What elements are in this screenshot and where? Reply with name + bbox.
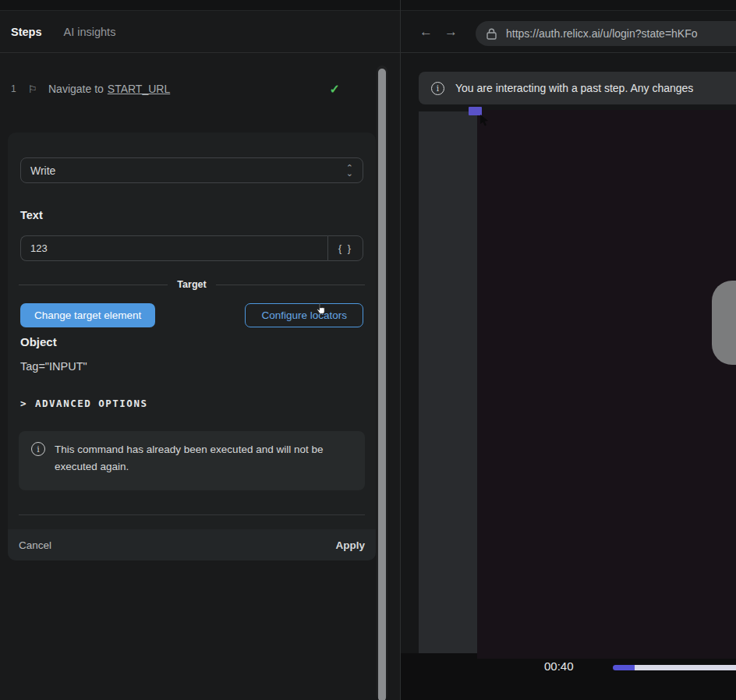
step-editor-card: Write ⌃⌄ Text { } Target Change target e… — [8, 133, 376, 560]
divider-line — [19, 285, 168, 285]
window-top-strip — [0, 0, 736, 11]
edge-drag-handle[interactable] — [712, 281, 736, 365]
target-buttons-row: Change target element Configure locators — [20, 303, 363, 327]
playback-progress-track[interactable] — [635, 665, 736, 670]
cancel-button[interactable]: Cancel — [19, 539, 51, 551]
chevron-right-icon: > — [20, 398, 27, 409]
info-icon: i — [431, 82, 444, 95]
past-step-banner: i You are interacting with a past step. … — [419, 72, 736, 104]
start-url-link[interactable]: START_URL — [108, 83, 170, 95]
text-input-row: { } — [20, 235, 363, 261]
step-number: 1 — [11, 83, 28, 94]
back-button[interactable]: ← — [419, 24, 433, 40]
captured-page-content — [477, 110, 736, 659]
already-executed-info-box: i This command has already been executed… — [19, 431, 365, 490]
target-section-label: Target — [168, 279, 215, 290]
playback-progress-fill[interactable] — [613, 665, 635, 670]
apply-button[interactable]: Apply — [335, 539, 365, 551]
flag-icon: ⚐ — [28, 83, 48, 95]
past-step-banner-text: You are interacting with a past step. An… — [455, 82, 693, 94]
configure-locators-button[interactable]: Configure locators — [245, 303, 363, 327]
select-chevrons-icon: ⌃⌄ — [346, 165, 353, 176]
tab-ai-insights[interactable]: AI insights — [64, 26, 116, 38]
browser-preview-panel: ← → https://auth.relicx.ai/u/login?state… — [401, 11, 736, 700]
step-row-1[interactable]: 1 ⚐ Navigate to START_URL ✓ — [0, 75, 376, 103]
text-field-label: Text — [20, 209, 43, 221]
info-icon: i — [31, 442, 45, 456]
action-type-select[interactable]: Write ⌃⌄ — [20, 157, 363, 183]
browser-toolbar: ← → https://auth.relicx.ai/u/login?state… — [401, 11, 736, 53]
recorded-cursor-icon — [479, 114, 490, 126]
tab-steps[interactable]: Steps — [11, 26, 42, 38]
action-type-value: Write — [30, 164, 55, 177]
insert-variable-button[interactable]: { } — [327, 235, 363, 261]
url-text: https://auth.relicx.ai/u/login?state=hKF… — [506, 27, 698, 40]
editor-footer: Cancel Apply — [8, 529, 376, 560]
step-success-check-icon: ✓ — [330, 82, 340, 97]
address-bar[interactable]: https://auth.relicx.ai/u/login?state=hKF… — [476, 21, 736, 46]
divider-line — [216, 285, 365, 285]
change-target-element-button[interactable]: Change target element — [20, 303, 155, 327]
panel-scrollbar-thumb[interactable] — [378, 69, 386, 700]
target-section-divider: Target — [19, 279, 365, 290]
object-label: Object — [20, 335, 57, 348]
steps-panel: Steps AI insights 1 ⚐ Navigate to START_… — [0, 11, 400, 700]
text-input[interactable] — [20, 235, 327, 261]
playback-time: 00:40 — [544, 659, 574, 673]
step-label: Navigate to — [48, 83, 104, 95]
lock-icon — [487, 28, 497, 40]
advanced-options-label: ADVANCED OPTIONS — [35, 398, 147, 409]
footer-divider — [19, 514, 365, 515]
forward-button[interactable]: → — [444, 24, 458, 40]
object-value: Tag="INPUT" — [20, 360, 87, 373]
panel-tabbar: Steps AI insights — [0, 11, 400, 53]
braces-icon: { } — [338, 243, 352, 254]
advanced-options-toggle[interactable]: > ADVANCED OPTIONS — [20, 398, 147, 409]
captured-page-sidebar — [419, 111, 477, 653]
info-message: This command has already been executed a… — [55, 441, 343, 480]
